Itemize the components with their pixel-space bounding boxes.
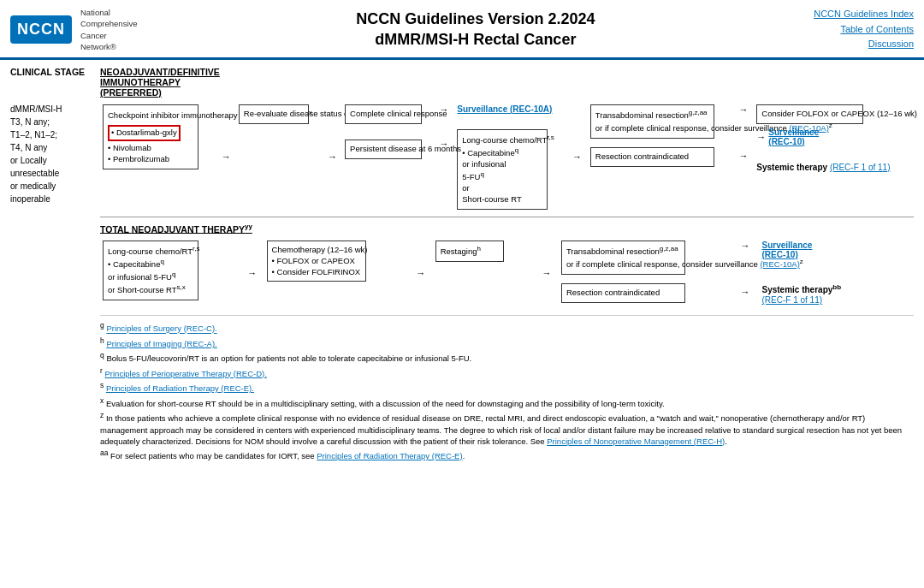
header-title: NCCN Guidelines Version 2.2024 dMMR/MSI-… xyxy=(138,9,814,50)
dostarlimab-highlight: • Dostarlimab-gxly xyxy=(108,125,181,141)
footnote-aa-period: . xyxy=(463,451,465,460)
nivolumab-item: • Nivolumab xyxy=(108,143,193,154)
footnote-z-text: In those patients who achieve a complete… xyxy=(100,413,902,446)
footnote-x: x Evaluation for short-course RT should … xyxy=(100,396,914,409)
reevaluate-box: Re-evaluate disease status every 2–3 mon… xyxy=(239,104,309,124)
footnote-aa: aa For select patients who may be candid… xyxy=(100,448,914,461)
far-right-top: Consider FOLFOX or CAPEOX (12–16 wk) → S… xyxy=(754,103,914,211)
persistent-disease-box: Persistent disease at 6 months xyxy=(345,140,422,159)
flowchart-area: NEOADJUVANT/DEFINITIVEIMMUNOTHERAPY(PREF… xyxy=(100,67,914,463)
page-header: NCCN NationalComprehensiveCancerNetwork®… xyxy=(0,0,924,60)
surveillance-10-link1[interactable]: Surveillance(REC-10) xyxy=(768,128,819,146)
right-col-top: Transabdominal resectiong,z,aa or if com… xyxy=(588,103,737,211)
restaging-box: Restagingh xyxy=(435,241,504,262)
sup-q3: q xyxy=(160,258,163,265)
top-section: NEOADJUVANT/DEFINITIVEIMMUNOTHERAPY(PREF… xyxy=(100,67,914,211)
rec10a-link3[interactable]: (REC-10A) xyxy=(760,259,799,269)
nccn-logo: NCCN xyxy=(10,15,72,44)
surveillance-10-link2[interactable]: Surveillance(REC-10) xyxy=(761,241,911,259)
arrows-right-bottom: → → xyxy=(738,239,760,306)
sup-q4: q xyxy=(172,270,175,278)
footnote-r: r Principles of Perioperative Therapy (R… xyxy=(100,366,914,379)
branch-arrows: → → xyxy=(437,103,455,211)
longcourse-bottom-box: Long-course chemo/RTr,s • Capecitabineq … xyxy=(103,241,198,300)
rec10a: REC-10A xyxy=(512,104,549,114)
footnote-q: q Bolus 5-FU/leucovorin/RT is an option … xyxy=(100,351,914,364)
bottom-section: TOTAL NEOADJUVANT THERAPYyy Long-course … xyxy=(100,223,914,307)
footnotes-section: g Principles of Surgery (REC-C). h Princ… xyxy=(100,315,914,461)
footnote-z-link[interactable]: Principles of Nonoperative Management (R… xyxy=(547,437,725,446)
section-divider xyxy=(100,217,914,217)
sup-gzaa2: g,z,aa xyxy=(660,245,678,252)
sup-sx: s,x xyxy=(177,283,186,291)
surveillance-10a-link[interactable]: Surveillance (REC-10A) xyxy=(457,104,567,114)
resection-contraindicated-top: Resection contraindicated xyxy=(590,147,714,167)
sup-q1: q xyxy=(515,146,518,154)
arrow-b1: → xyxy=(240,239,264,306)
clinical-stage-text: dMMR/MSI-HT3, N any;T1–2, N1–2;T4, N any… xyxy=(10,103,100,205)
org-name: NationalComprehensiveCancerNetwork® xyxy=(80,7,138,52)
top-flow-table: Checkpoint inhibitor immunotherapy for u… xyxy=(100,103,914,211)
transabdominal-box-bottom: Transabdominal resectiong,z,aa or if com… xyxy=(561,241,685,275)
systemic-therapy-top: Systemic therapy (REC-F 1 of 11) xyxy=(756,162,911,172)
clinical-stage-column: CLINICAL STAGE dMMR/MSI-HT3, N any;T1–2,… xyxy=(10,67,100,205)
right-col-bottom: Transabdominal resectiong,z,aa or if com… xyxy=(559,239,738,306)
arr-resection2: → xyxy=(741,287,757,297)
footnote-aa-link[interactable]: Principles of Radiation Therapy (REC-E) xyxy=(317,451,462,460)
footnote-aa-text: For select patients who may be candidate… xyxy=(110,451,317,460)
footnote-z-period: . xyxy=(725,437,727,446)
surv-10-row: → Surveillance(REC-10) xyxy=(756,126,911,146)
arr-transabd2: → xyxy=(741,241,757,251)
footnote-h-link[interactable]: Principles of Imaging (REC-A). xyxy=(106,339,216,348)
sup-h: h xyxy=(477,245,481,252)
resection-contraindicated-bottom: Resection contraindicated xyxy=(561,283,685,303)
footnote-g-link[interactable]: Principles of Surgery (REC-C). xyxy=(106,324,216,334)
header-nav: NCCN Guidelines Index Table of Contents … xyxy=(814,7,914,52)
footnote-x-text: Evaluation for short-course RT should be… xyxy=(106,399,665,408)
arrows-right-top: → → xyxy=(737,103,755,211)
arr-transabd1: → xyxy=(739,104,752,115)
sup-q2: q xyxy=(480,170,483,178)
arrow-b2: → xyxy=(409,239,433,306)
footnote-h: h Principles of Imaging (REC-A). xyxy=(100,336,914,349)
arrow2: → xyxy=(323,103,342,211)
checkpoint-inhibitor-box: Checkpoint inhibitor immunotherapy for u… xyxy=(103,104,198,169)
bottom-flow-table: Long-course chemo/RTr,s • Capecitabineq … xyxy=(100,239,914,306)
main-title-line1: NCCN Guidelines Version 2.2024 xyxy=(138,9,814,29)
arrow-b3: → xyxy=(535,239,559,306)
chemo-box: Chemotherapy (12–16 wk) • FOLFOX or CAPE… xyxy=(267,241,366,282)
footnote-r-link[interactable]: Principles of Perioperative Therapy (REC… xyxy=(104,369,266,378)
top-section-header: NEOADJUVANT/DEFINITIVEIMMUNOTHERAPY(PREF… xyxy=(100,67,914,98)
nav-discussion[interactable]: Discussion xyxy=(814,37,914,52)
transabdominal-box-top: Transabdominal resectiong,z,aa or if com… xyxy=(590,104,714,139)
branch-complete-persistent: Complete clinical response Persistent di… xyxy=(342,103,436,211)
sup-bb: bb xyxy=(832,283,841,291)
restaging-cell: Restagingh xyxy=(433,239,535,306)
nav-table-of-contents[interactable]: Table of Contents xyxy=(814,22,914,38)
footnote-s-link[interactable]: Principles of Radiation Therapy (REC-E). xyxy=(106,383,254,393)
footnote-q-text: Bolus 5-FU/leucovorin/RT is an option fo… xyxy=(106,353,471,363)
pembrolizumab-item: • Pembrolizumab xyxy=(108,154,193,165)
chemo-cell: Chemotherapy (12–16 wk) • FOLFOX or CAPE… xyxy=(264,239,409,306)
bottom-section-header: TOTAL NEOADJUVANT THERAPYyy xyxy=(100,223,914,235)
clinical-stage-label: CLINICAL STAGE xyxy=(10,67,100,77)
arr-surv10: → xyxy=(756,132,766,142)
recf-link2[interactable]: (REC-F 1 of 11) xyxy=(761,295,822,305)
complete-response-box: Complete clinical response xyxy=(345,104,422,124)
footnote-z: z In those patients who achieve a comple… xyxy=(100,411,914,447)
arrow3: → xyxy=(570,103,588,211)
recf-link1[interactable]: (REC-F 1 of 11) xyxy=(830,163,891,172)
footnote-g: g Principles of Surgery (REC-C). xyxy=(100,321,914,334)
main-title-line2: dMMR/MSI-H Rectal Cancer xyxy=(138,30,814,50)
sup-rs2: r,s xyxy=(192,245,199,252)
sup-yy: yy xyxy=(245,223,252,230)
arr-resection1: → xyxy=(739,151,752,161)
folfox-capeox-box: Consider FOLFOX or CAPEOX (12–16 wk) xyxy=(756,104,863,124)
footnote-s: s Principles of Radiation Therapy (REC-E… xyxy=(100,381,914,394)
header-left: NCCN NationalComprehensiveCancerNetwork® xyxy=(10,7,138,52)
surv-longcourse-col: Surveillance (REC-10A) Long-course chemo… xyxy=(454,103,570,211)
sup-gzaa1: g,z,aa xyxy=(689,109,708,116)
checkpoint-box-cell: Checkpoint inhibitor immunotherapy for u… xyxy=(100,103,216,211)
main-content: CLINICAL STAGE dMMR/MSI-HT3, N any;T1–2,… xyxy=(0,60,924,470)
nav-guidelines-index[interactable]: NCCN Guidelines Index xyxy=(814,7,914,22)
